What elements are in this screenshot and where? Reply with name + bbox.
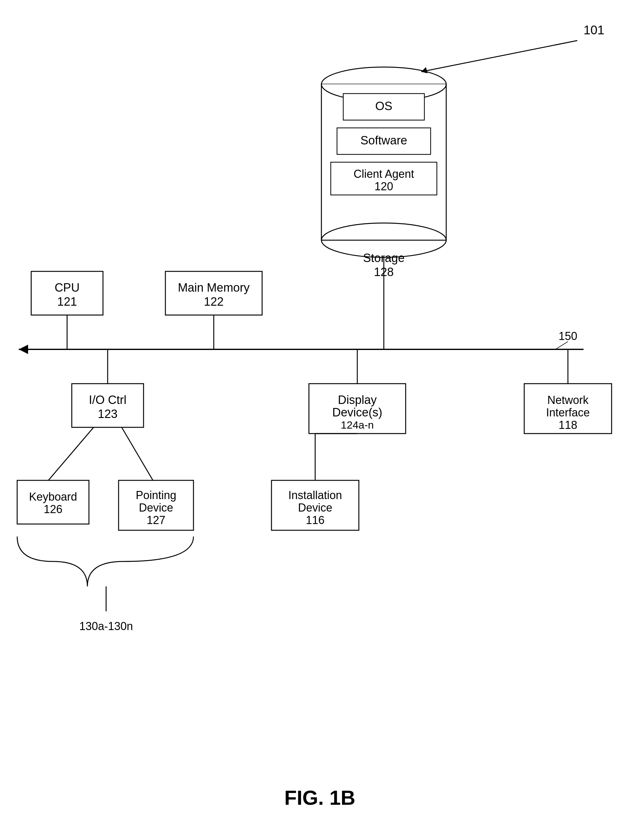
svg-marker-1 — [421, 67, 427, 73]
network-number: 118 — [558, 418, 577, 431]
svg-line-13 — [555, 342, 568, 349]
installation-number: 116 — [306, 514, 325, 527]
software-label: Software — [360, 134, 407, 147]
svg-line-0 — [421, 40, 577, 72]
display-label2: Device(s) — [332, 406, 382, 419]
ref-number: 101 — [584, 23, 605, 37]
diagram-container: 101 OS Software Client Agent 120 Storage… — [0, 0, 640, 840]
pointing-label2: Device — [139, 501, 173, 514]
io-ctrl-label: I/O Ctrl — [89, 393, 126, 406]
svg-line-24 — [122, 427, 153, 481]
main-memory-label: Main Memory — [178, 281, 250, 294]
display-label: Display — [338, 393, 377, 406]
svg-marker-12 — [19, 345, 28, 354]
keyboard-label: Keyboard — [29, 490, 77, 503]
cpu-label: CPU — [54, 281, 80, 294]
display-number: 124a-n — [341, 419, 374, 431]
installation-label2: Device — [298, 501, 332, 514]
pointing-number: 127 — [147, 514, 165, 527]
bus-label: 150 — [558, 330, 577, 342]
keyboard-number: 126 — [44, 503, 62, 516]
group-label: 130a-130n — [79, 620, 133, 632]
svg-rect-5 — [322, 84, 446, 85]
svg-line-23 — [48, 427, 94, 481]
io-ctrl-number: 123 — [98, 407, 117, 420]
installation-label: Installation — [288, 489, 342, 501]
main-memory-number: 122 — [204, 295, 223, 308]
cpu-number: 121 — [57, 295, 77, 308]
network-label2: Interface — [546, 406, 590, 419]
os-label: OS — [375, 99, 392, 113]
network-label: Network — [547, 394, 589, 406]
client-agent-number: 120 — [374, 180, 393, 193]
client-agent-label: Client Agent — [354, 168, 414, 180]
pointing-label: Pointing — [136, 489, 176, 501]
figure-label: FIG. 1B — [284, 786, 355, 809]
